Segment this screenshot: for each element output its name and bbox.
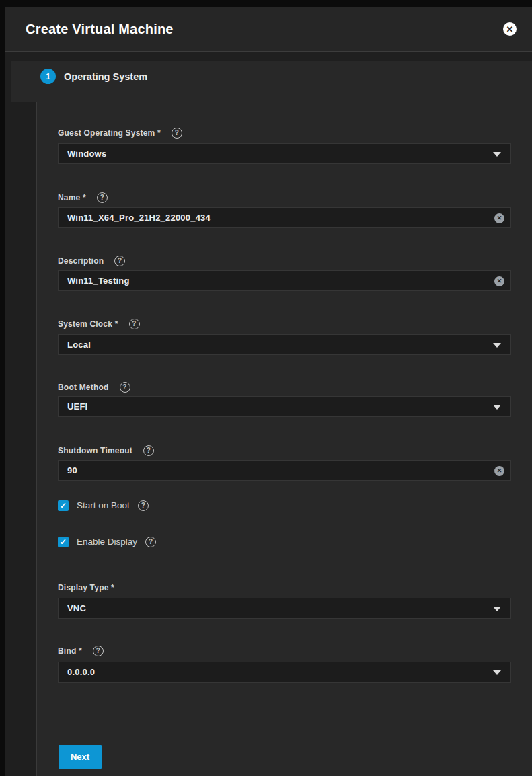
dialog-title: Create Virtual Machine (26, 7, 174, 51)
chevron-down-icon (493, 152, 501, 157)
help-icon[interactable]: ? (114, 256, 125, 266)
shutdown-timeout-input[interactable]: 90 ✕ (58, 460, 511, 481)
enable-display-checkbox[interactable]: ✓ (58, 537, 69, 547)
bind-value: 0.0.0.0 (67, 667, 95, 677)
boot-method-select[interactable]: UEFI (58, 396, 511, 417)
clear-icon: ✕ (497, 278, 502, 284)
display-type-value: VNC (67, 603, 86, 613)
close-button[interactable]: ✕ (503, 22, 517, 36)
system-clock-value: Local (67, 340, 91, 350)
help-icon[interactable]: ? (145, 537, 156, 547)
chevron-down-icon (493, 670, 501, 675)
help-icon[interactable]: ? (97, 192, 108, 203)
chevron-down-icon (493, 405, 501, 410)
step-number-badge: 1 (40, 69, 56, 84)
clear-icon: ✕ (497, 468, 502, 474)
system-clock-select[interactable]: Local (58, 334, 511, 355)
step-header[interactable]: 1 Operating System (11, 61, 532, 102)
clear-input-button[interactable]: ✕ (494, 276, 504, 286)
step-label: Operating System (64, 61, 147, 92)
help-icon[interactable]: ? (93, 646, 104, 656)
guest-os-value: Windows (67, 149, 106, 159)
clear-icon: ✕ (497, 215, 502, 221)
start-on-boot-label: Start on Boot (77, 500, 130, 510)
check-icon: ✓ (60, 538, 67, 546)
create-vm-dialog-page: Create Virtual Machine ✕ 1 Operating Sys… (0, 0, 532, 776)
name-label: Name * ? (58, 192, 108, 202)
help-icon[interactable]: ? (138, 500, 149, 511)
description-input[interactable]: Win11_Testing ✕ (58, 270, 511, 291)
next-button[interactable]: Next (59, 745, 102, 769)
shutdown-timeout-label: Shutdown Timeout ? (58, 445, 154, 455)
check-icon: ✓ (60, 502, 67, 510)
name-value: Win11_X64_Pro_21H2_22000_434 (67, 212, 211, 223)
start-on-boot-checkbox[interactable]: ✓ (58, 500, 69, 511)
description-label: Description ? (58, 256, 125, 266)
help-icon[interactable]: ? (120, 382, 130, 393)
bind-label: Bind * ? (58, 646, 104, 656)
start-on-boot-row: ✓ Start on Boot ? (58, 500, 149, 511)
help-icon[interactable]: ? (172, 128, 182, 139)
boot-method-label: Boot Method ? (58, 382, 130, 392)
clear-input-button[interactable]: ✕ (494, 213, 504, 223)
help-icon[interactable]: ? (129, 319, 140, 329)
boot-method-value: UEFI (67, 401, 87, 412)
system-clock-label: System Clock * ? (58, 319, 140, 329)
close-icon: ✕ (506, 24, 514, 33)
clear-input-button[interactable]: ✕ (494, 466, 504, 476)
guest-os-label: Guest Operating System * ? (58, 128, 182, 138)
enable-display-row: ✓ Enable Display ? (58, 536, 156, 547)
chevron-down-icon (493, 607, 501, 611)
shutdown-timeout-value: 90 (67, 465, 77, 475)
help-icon[interactable]: ? (143, 445, 154, 456)
display-type-select[interactable]: VNC (58, 598, 511, 619)
name-input[interactable]: Win11_X64_Pro_21H2_22000_434 ✕ (58, 207, 511, 228)
guest-os-select[interactable]: Windows (58, 143, 511, 164)
description-value: Win11_Testing (67, 276, 130, 286)
bind-select[interactable]: 0.0.0.0 (58, 662, 511, 683)
dialog-header: Create Virtual Machine ✕ (5, 7, 532, 52)
display-type-label: Display Type * (58, 582, 114, 592)
enable-display-label: Enable Display (77, 537, 137, 547)
chevron-down-icon (493, 343, 501, 348)
